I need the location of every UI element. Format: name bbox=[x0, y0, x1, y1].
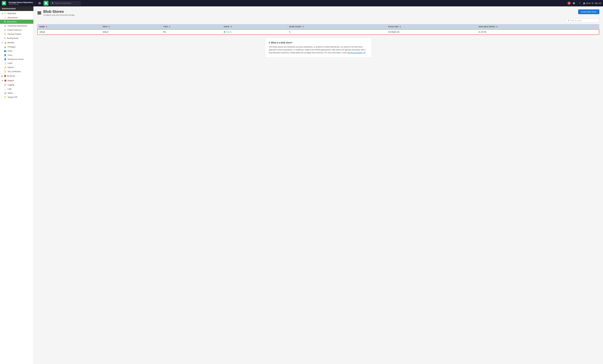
security-section-label: Security bbox=[8, 42, 14, 44]
support-zip-label: Support ZIP bbox=[8, 96, 17, 98]
support-section-label: Support bbox=[8, 80, 14, 82]
browse-icon-btn[interactable] bbox=[37, 1, 42, 6]
col-total-size[interactable]: TOTAL SIZE ⇅ bbox=[386, 24, 476, 29]
sidebar-section-support-header[interactable]: ▼ 🔴 Support bbox=[0, 79, 33, 83]
blob-stores-table-wrap: NAME ⇅ PATH ⇅ TYPE ⇅ STATE ⇅ BLOB COUNT … bbox=[37, 24, 599, 35]
sort-available-space-icon: ⇅ bbox=[496, 26, 498, 28]
svg-rect-4 bbox=[37, 13, 41, 13]
user-menu[interactable]: admin bbox=[583, 2, 591, 4]
signout-label: Sign out bbox=[594, 2, 601, 4]
page-header: Blob Stores Configure local and cloud bl… bbox=[37, 10, 599, 16]
sidebar-item-ssl-certificates[interactable]: 📜 SSL Certificates bbox=[0, 69, 33, 74]
main-content: Blob Stores Configure local and cloud bl… bbox=[34, 6, 603, 364]
filter-input[interactable] bbox=[570, 20, 598, 22]
row-detail-arrow-icon[interactable]: › bbox=[596, 31, 597, 33]
sidebar-item-logging[interactable]: 📋 Logging bbox=[0, 83, 33, 87]
col-path[interactable]: PATH ⇅ bbox=[101, 24, 161, 29]
info-icon: ℹ bbox=[269, 41, 270, 44]
filter-input-wrap[interactable]: ▼ bbox=[566, 19, 599, 23]
table-header: NAME ⇅ PATH ⇅ TYPE ⇅ STATE ⇅ BLOB COUNT … bbox=[37, 24, 599, 29]
sidebar-section-iq-header[interactable]: ▶ 🔴 IQ Server bbox=[0, 74, 33, 78]
sidebar-item-blob-stores[interactable]: 🗄 Blob Stores bbox=[0, 20, 33, 24]
sort-total-size-icon: ⇅ bbox=[400, 26, 401, 28]
page-title: Blob Stores bbox=[43, 10, 74, 14]
info-box-heading: What is a blob store? bbox=[271, 41, 293, 44]
page-title-block: Blob Stores Configure local and cloud bl… bbox=[43, 10, 74, 16]
logging-icon: 📋 bbox=[4, 84, 6, 86]
sidebar-item-routing-rules[interactable]: ⇄ Routing Rules bbox=[0, 36, 33, 40]
sidebar-item-cleanup-policies[interactable]: ✏️ Cleanup Policies bbox=[0, 32, 33, 36]
help-btn[interactable]: ? bbox=[577, 1, 582, 6]
sidebar-item-anonymous-access[interactable]: 👤 Anonymous Access bbox=[0, 57, 33, 61]
sidebar-section-security-header[interactable]: ▼ 🔒 Security bbox=[0, 41, 33, 45]
iq-icon: 🔴 bbox=[4, 75, 6, 77]
repository-section-label: Repository bbox=[8, 12, 16, 14]
sidebar-item-content-selectors[interactable]: 🗂 Content Selectors bbox=[0, 28, 33, 32]
anonymous-label: Anonymous Access bbox=[8, 58, 24, 60]
sidebar-item-support-zip[interactable]: 📁 Support ZIP bbox=[0, 95, 33, 99]
privileges-label: Privileges bbox=[8, 46, 16, 48]
signout-btn[interactable]: Sign out bbox=[592, 2, 601, 4]
svg-rect-3 bbox=[37, 11, 41, 12]
table-row[interactable]: default default File Started 0 0.00 Byte… bbox=[37, 29, 599, 35]
app-title-block: Sonatype Nexus Repository OSS 3.72.0-04 bbox=[9, 1, 33, 5]
repository-icon: 📁 bbox=[4, 12, 7, 14]
sidebar-section-security: ▼ 🔒 Security 🔒 Privileges 👥 Roles 👤 User… bbox=[0, 41, 33, 74]
doc-link-text: the documentation bbox=[348, 52, 363, 54]
sidebar-item-users[interactable]: 👤 Users bbox=[0, 53, 33, 57]
proprietary-icon: 📋 bbox=[4, 25, 6, 27]
cell-available-space: 41.18 GB › bbox=[476, 29, 599, 35]
routing-icon: ⇄ bbox=[4, 37, 6, 39]
app-logo-icon bbox=[2, 1, 6, 5]
sidebar-item-status[interactable]: 📊 Status bbox=[0, 91, 33, 95]
col-blob-count[interactable]: BLOB COUNT ⇅ bbox=[287, 24, 386, 29]
alert-badge[interactable]: ! bbox=[568, 2, 570, 5]
col-name[interactable]: NAME ⇅ bbox=[37, 24, 101, 29]
sidebar-section-support: ▼ 🔴 Support 📋 Logging ›_ Logs 📊 Status 📁… bbox=[0, 79, 33, 99]
create-blob-store-button[interactable]: Create Blob Store bbox=[578, 10, 599, 14]
cell-state: Started bbox=[221, 29, 287, 35]
username-label: admin bbox=[586, 2, 591, 4]
search-icon: 🔍 bbox=[52, 2, 54, 4]
sidebar-item-repositories[interactable]: 📄 Repositories bbox=[0, 16, 33, 20]
sidebar-item-realms[interactable]: 🔑 Realms bbox=[0, 65, 33, 69]
sidebar-item-ldap[interactable]: 📑 LDAP bbox=[0, 61, 33, 65]
realms-label: Realms bbox=[8, 66, 14, 68]
sort-type-icon: ⇅ bbox=[169, 26, 170, 28]
col-type[interactable]: TYPE ⇅ bbox=[161, 24, 221, 29]
roles-label: Roles bbox=[8, 50, 12, 52]
sidebar-item-logs[interactable]: ›_ Logs bbox=[0, 87, 33, 91]
cell-total-size: 0.00 Bytes (0) bbox=[386, 29, 476, 35]
security-icon: 🔒 bbox=[4, 42, 7, 44]
table-body: default default File Started 0 0.00 Byte… bbox=[37, 29, 599, 35]
sidebar-item-proprietary-repos[interactable]: 📋 Proprietary Repositories bbox=[0, 24, 33, 28]
page-icon bbox=[37, 11, 41, 15]
top-navigation: Sonatype Nexus Repository OSS 3.72.0-04 … bbox=[0, 0, 603, 6]
sidebar-section-repository-header[interactable]: ▼ 📁 Repository bbox=[0, 11, 33, 16]
status-icon: 📊 bbox=[4, 92, 6, 94]
cleanup-label: Cleanup Policies bbox=[8, 33, 21, 35]
search-input[interactable] bbox=[55, 2, 79, 4]
refresh-btn[interactable] bbox=[571, 1, 576, 6]
search-box[interactable]: 🔍 bbox=[50, 1, 81, 5]
settings-icon-btn[interactable] bbox=[44, 1, 48, 6]
repositories-icon: 📄 bbox=[4, 16, 6, 19]
col-state[interactable]: STATE ⇅ bbox=[221, 24, 287, 29]
svg-rect-5 bbox=[37, 14, 41, 14]
privileges-icon: 🔒 bbox=[4, 46, 6, 48]
col-available-space[interactable]: AVAILABLE SPACE ⇅ bbox=[476, 24, 599, 29]
main-layout: Administration ▼ 📁 Repository 📄 Reposito… bbox=[0, 6, 603, 364]
info-box-body: The binary assets you download via proxy… bbox=[269, 46, 368, 54]
sort-blob-count-icon: ⇅ bbox=[302, 26, 304, 28]
sidebar-item-roles[interactable]: 👥 Roles bbox=[0, 49, 33, 53]
sidebar-item-privileges[interactable]: 🔒 Privileges bbox=[0, 45, 33, 49]
ssl-label: SSL Certificates bbox=[8, 70, 21, 73]
support-icon: 🔴 bbox=[4, 80, 7, 82]
blob-stores-table: NAME ⇅ PATH ⇅ TYPE ⇅ STATE ⇅ BLOB COUNT … bbox=[37, 24, 599, 35]
cleanup-icon: ✏️ bbox=[4, 33, 6, 35]
blobstores-label: Blob Stores bbox=[7, 21, 17, 23]
documentation-link[interactable]: the documentation 🔗 bbox=[348, 52, 365, 54]
cell-path: default bbox=[101, 29, 161, 35]
roles-icon: 👥 bbox=[4, 50, 6, 52]
sort-path-icon: ⇅ bbox=[108, 26, 110, 28]
